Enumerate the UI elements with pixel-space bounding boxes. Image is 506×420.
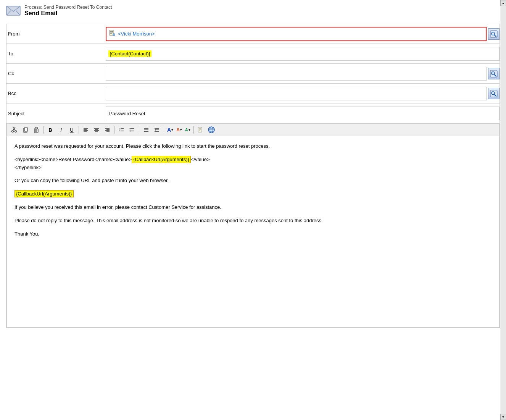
paste-button[interactable] — [31, 125, 41, 134]
separator-1 — [43, 126, 44, 134]
callback-url-inline-dynamic: {CallbackUrl(Arguments)} — [132, 156, 191, 163]
cc-lookup-button[interactable] — [488, 68, 500, 79]
separator-3 — [114, 126, 114, 134]
bcc-input[interactable] — [106, 89, 486, 98]
cc-field-value — [106, 67, 500, 81]
align-right-button[interactable] — [102, 125, 112, 134]
subject-input[interactable] — [106, 109, 499, 118]
body-content-wrapper: A password reset was requested for your … — [6, 136, 500, 328]
bcc-field-wrapper — [106, 87, 487, 100]
separator-4 — [139, 126, 139, 134]
to-field-wrapper[interactable]: {Contact(Contact)} — [106, 47, 500, 61]
subject-label: Subject — [6, 111, 106, 116]
bcc-label: Bcc — [6, 90, 106, 96]
svg-rect-26 — [35, 127, 37, 129]
body-paragraph-1: A password reset was requested for your … — [15, 142, 491, 150]
outdent-button[interactable] — [152, 125, 162, 134]
svg-rect-4 — [110, 31, 113, 32]
header-text: Process: Send Password Reset To Contact … — [24, 5, 112, 17]
insert-button[interactable] — [196, 125, 206, 134]
svg-point-22 — [15, 131, 17, 132]
from-value: <Vicki Morrison> — [118, 31, 155, 37]
svg-point-46 — [130, 128, 131, 129]
underline-button[interactable]: U — [67, 125, 77, 134]
svg-point-48 — [130, 131, 131, 132]
align-left-button[interactable] — [81, 125, 91, 134]
document-icon — [109, 30, 116, 38]
hyperlink-button[interactable] — [206, 125, 216, 134]
to-field-value: {Contact(Contact)} — [106, 47, 500, 61]
body-paragraph-2: Or you can copy the following URL and pa… — [15, 177, 491, 185]
font-color-button[interactable]: A ▾ — [166, 126, 174, 134]
separator-2 — [79, 126, 79, 134]
page-header: Process: Send Password Reset To Contact … — [6, 5, 500, 17]
cc-field-wrapper — [106, 67, 487, 81]
to-label: To — [6, 51, 106, 57]
subject-field-wrapper — [106, 107, 500, 120]
scrollbar-up-button[interactable]: ▲ — [500, 0, 506, 6]
from-label: From — [6, 31, 106, 37]
body-paragraph-4: Please do not reply to this message. Thi… — [15, 217, 491, 225]
body-callback-url: {CallbackUrl(Arguments)} — [15, 190, 491, 198]
svg-rect-6 — [110, 33, 112, 34]
scrollbar-track[interactable] — [501, 6, 506, 414]
to-dynamic-value: {Contact(Contact)} — [108, 50, 151, 57]
svg-rect-56 — [198, 127, 202, 132]
separator-5 — [164, 126, 164, 134]
copy-button[interactable] — [21, 125, 31, 134]
from-row: From <Vicki Morrison> — [6, 24, 500, 44]
bold-button[interactable]: B — [45, 125, 55, 134]
hyperlink-close: </hyperlink> — [15, 165, 42, 170]
align-center-button[interactable] — [92, 125, 102, 134]
body-hyperlink-line: <hyperlink><name>Reset Password</name><v… — [15, 156, 491, 172]
cc-label: Cc — [6, 71, 106, 76]
unordered-list-button[interactable] — [127, 125, 137, 134]
cc-input[interactable] — [106, 69, 486, 78]
indent-button[interactable] — [141, 125, 151, 134]
separator-6 — [193, 126, 194, 134]
font-family-button[interactable]: A ▾ — [184, 126, 192, 133]
body-paragraph-3: If you believe you received this email i… — [15, 204, 491, 212]
body-paragraph-5: Thank You, — [15, 230, 491, 238]
bcc-row: Bcc — [6, 84, 500, 103]
header-subtitle: Process: Send Password Reset To Contact — [24, 5, 112, 10]
italic-button[interactable]: I — [56, 125, 66, 134]
subject-row: Subject — [6, 103, 500, 123]
to-row: To {Contact(Contact)} — [6, 44, 500, 64]
hyperlink-line-part2: </value> — [191, 157, 210, 162]
editor-toolbar: B I U 1.2. — [6, 123, 500, 136]
callback-url-dynamic: {CallbackUrl(Arguments)} — [15, 190, 74, 197]
from-lookup-button[interactable] — [488, 28, 500, 40]
hyperlink-line-part1: <hyperlink><name>Reset Password</name><v… — [15, 157, 132, 162]
svg-rect-24 — [24, 128, 27, 131]
bcc-lookup-button[interactable] — [488, 88, 500, 99]
cc-row: Cc — [6, 64, 500, 84]
font-size-button[interactable]: A ▾ — [175, 126, 183, 134]
ordered-list-button[interactable]: 1.2. — [116, 125, 126, 134]
scrollbar: ▲ ▼ — [500, 0, 506, 420]
email-body-editor[interactable]: A password reset was requested for your … — [7, 136, 499, 327]
bcc-field-value — [106, 87, 500, 100]
envelope-icon — [6, 5, 21, 17]
scrollbar-down-button[interactable]: ▼ — [500, 414, 506, 420]
svg-text:2.: 2. — [119, 129, 121, 132]
subject-field-value — [106, 107, 500, 120]
cut-button[interactable] — [10, 125, 20, 134]
from-field-wrapper[interactable]: <Vicki Morrison> — [106, 27, 487, 41]
svg-point-21 — [12, 131, 14, 132]
header-title: Send Email — [24, 10, 112, 17]
svg-rect-5 — [110, 32, 113, 33]
email-form: From <Vicki Morrison> — [6, 24, 500, 328]
from-field-value: <Vicki Morrison> — [106, 27, 500, 41]
